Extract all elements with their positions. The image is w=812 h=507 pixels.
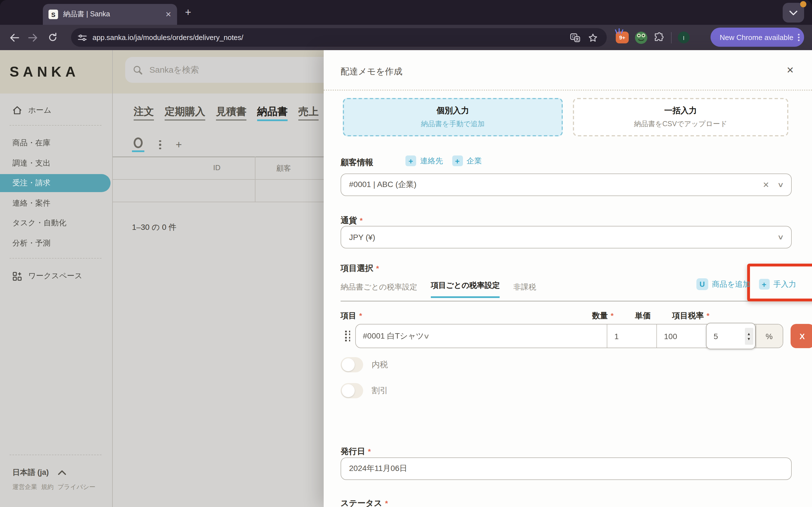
tab-close-icon[interactable]: ✕ <box>165 10 171 18</box>
tab-orders[interactable]: 注文 <box>134 105 154 118</box>
workspace-grid-icon <box>12 271 22 281</box>
sanka-logo[interactable]: SANKA <box>10 64 80 80</box>
discount-toggle[interactable] <box>341 383 363 398</box>
table-column-divider <box>255 157 255 202</box>
step-up-icon[interactable]: ▲ <box>747 332 751 335</box>
chevron-down-icon: ∨ <box>777 233 784 241</box>
sidebar-item-label: タスク・自動化 <box>12 218 66 228</box>
chrome-update-label: New Chrome available <box>719 33 794 41</box>
translate-icon[interactable]: G <box>570 33 580 42</box>
tax-rate-input[interactable]: 5 ▲ ▼ <box>706 323 755 349</box>
search-placeholder: Sankaを検索 <box>149 64 199 75</box>
manual-entry-link[interactable]: + 手入力 <box>759 279 796 290</box>
url-bar[interactable]: app.sanka.io/ja/modules/orders/delivery_… <box>71 28 607 47</box>
remove-item-button[interactable]: X <box>790 324 812 348</box>
col-tax: 項目税率* <box>672 311 709 321</box>
sidebar-item-orders-billing[interactable]: 受注・請求 <box>0 174 110 192</box>
currency-label: 通貨* <box>341 215 363 226</box>
new-tab-button[interactable]: + <box>185 7 191 17</box>
back-button[interactable] <box>4 28 24 47</box>
extensions-puzzle-icon[interactable] <box>654 32 665 43</box>
tab-per-item-tax[interactable]: 項目ごとの税率設定 <box>431 281 500 298</box>
footer-link-terms[interactable]: 規約 <box>41 483 54 491</box>
profile-avatar[interactable]: I <box>678 32 690 43</box>
extensions-area: 9+ I <box>616 28 690 47</box>
bookmark-star-icon[interactable] <box>588 33 598 42</box>
modal-close-icon[interactable]: ✕ <box>786 65 794 75</box>
favicon: S <box>49 10 58 19</box>
currency-select[interactable]: JPY (¥) ∨ <box>341 226 792 248</box>
frog-extension-icon[interactable] <box>635 31 647 44</box>
drag-handle-icon[interactable] <box>345 331 351 341</box>
col-unit-price: 単価 <box>635 311 672 321</box>
mode-card-individual[interactable]: 個別入力 納品書を手動で追加 <box>343 98 563 136</box>
modal-divider <box>324 90 812 91</box>
column-header-id[interactable]: ID <box>213 163 220 172</box>
view-tab-active[interactable] <box>132 137 144 152</box>
tab-subscriptions[interactable]: 定期購入 <box>165 105 205 118</box>
footer-link-privacy[interactable]: プライバシー <box>57 483 96 491</box>
sidebar-item-analytics[interactable]: 分析・予測 <box>0 234 110 252</box>
divider <box>10 455 101 455</box>
tab-bar: S 納品書 | Sanka ✕ + <box>0 0 812 25</box>
sidebar-item-label: 商品・在庫 <box>12 138 50 148</box>
tab-per-invoice-tax[interactable]: 納品書ごとの税率設定 <box>341 282 417 298</box>
sidebar-item-home[interactable]: ホーム <box>0 101 110 119</box>
tab-title: 納品書 | Sanka <box>63 10 160 19</box>
issue-date-input[interactable]: 2024年11月06日 <box>341 457 792 480</box>
mode-card-bulk[interactable]: 一括入力 納品書をCSVでアップロード <box>573 98 788 136</box>
browser-chrome: S 納品書 | Sanka ✕ + <box>0 0 812 50</box>
customer-select[interactable]: #0001 | ABC (企業) ✕ ∨ <box>341 173 792 196</box>
main-content: Sankaを検索 注文 定期購入 見積書 納品書 売上 + ID 顧客 1–30… <box>113 50 324 507</box>
item-row: #0001 白Tシャツ ∨ 1 100 5 ▲ ▼ <box>345 324 812 348</box>
chrome-update-button[interactable]: New Chrome available <box>711 27 804 47</box>
global-search-input[interactable]: Sankaを検索 <box>125 57 324 83</box>
add-view-button[interactable]: + <box>175 138 182 151</box>
unit-price-input[interactable]: 100 <box>656 325 706 348</box>
card-subtitle: 納品書をCSVでアップロード <box>634 119 727 129</box>
extension-notification-icon[interactable]: 9+ <box>616 32 629 43</box>
tax-rate-stepper[interactable]: ▲ ▼ <box>745 328 753 344</box>
tab-tax-exempt[interactable]: 非課税 <box>513 282 536 298</box>
item-select-label: 項目選択* <box>341 263 379 274</box>
step-down-icon[interactable]: ▼ <box>747 337 751 341</box>
customer-value: #0001 | ABC (企業) <box>349 180 763 190</box>
sidebar-item-label: 調達・支出 <box>12 158 50 168</box>
add-product-link[interactable]: U 商品を追加 <box>696 278 750 290</box>
page: SANKA ホーム 商品・在庫 調達・支出 受注・請求 <box>0 50 812 507</box>
sidebar-item-procurement[interactable]: 調達・支出 <box>0 154 110 172</box>
browser-menu-icon[interactable] <box>798 34 800 41</box>
card-title: 一括入力 <box>664 105 697 116</box>
percent-unit: % <box>755 325 782 348</box>
item-product-select[interactable]: #0001 白Tシャツ ∨ <box>356 325 606 348</box>
language-selector[interactable]: 日本語 (ja) <box>12 467 66 478</box>
url-text[interactable]: app.sanka.io/ja/modules/orders/delivery_… <box>93 33 570 42</box>
browser-tab[interactable]: S 納品書 | Sanka ✕ <box>43 4 177 25</box>
view-controls: + <box>132 137 182 152</box>
sidebar-item-contacts[interactable]: 連絡・案件 <box>0 194 110 212</box>
quantity-input[interactable]: 1 <box>606 325 656 348</box>
tab-quotes[interactable]: 見積書 <box>216 105 246 118</box>
tab-sales[interactable]: 売上 <box>298 105 319 118</box>
tab-delivery-notes[interactable]: 納品書 <box>257 105 288 118</box>
add-company-link[interactable]: + 企業 <box>452 156 482 166</box>
reload-button[interactable] <box>43 28 62 47</box>
item-row-group: #0001 白Tシャツ ∨ 1 100 5 ▲ ▼ <box>355 324 783 348</box>
forward-button[interactable] <box>24 28 43 47</box>
sidebar-item-tasks[interactable]: タスク・自動化 <box>0 214 110 232</box>
add-contact-link[interactable]: + 連絡先 <box>405 156 443 166</box>
clear-icon[interactable]: ✕ <box>763 180 769 189</box>
site-settings-icon[interactable] <box>78 34 87 41</box>
result-count: 1–30 の 0 件 <box>132 223 176 233</box>
footer-link-company[interactable]: 運営企業 <box>12 483 37 491</box>
sidebar-item-workspace[interactable]: ワークスペース <box>0 267 110 285</box>
sidebar-item-products[interactable]: 商品・在庫 <box>0 134 110 152</box>
toggle-label: 割引 <box>371 385 388 396</box>
modal-title: 配達メモを作成 <box>341 66 402 78</box>
column-header-customer[interactable]: 顧客 <box>276 163 291 173</box>
inclusive-tax-toggle[interactable] <box>341 357 363 372</box>
document-tabs: 注文 定期購入 見積書 納品書 売上 <box>134 105 319 118</box>
chevron-down-icon <box>790 10 797 15</box>
view-options-icon[interactable] <box>159 140 161 150</box>
col-qty: 数量* <box>592 311 635 321</box>
